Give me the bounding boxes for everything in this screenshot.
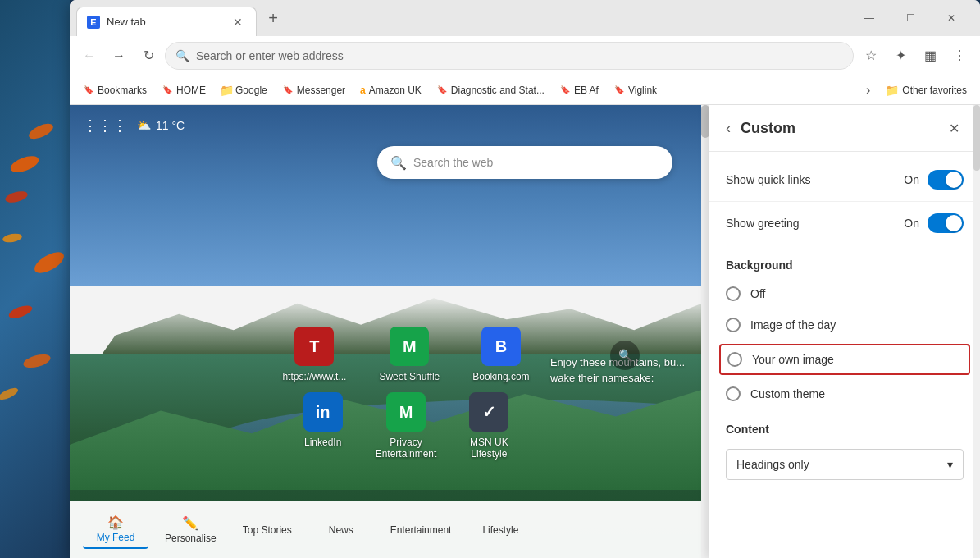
quick-links-toggle[interactable] [928,170,964,190]
off-radio[interactable] [726,286,741,301]
page-search-bar[interactable]: 🔍 Search the web [377,146,672,179]
svg-point-4 [31,248,67,277]
star-button[interactable]: ☆ [857,42,885,70]
quick-link-privacy[interactable]: M PrivacyEntertainment [376,392,437,460]
quick-link-booking[interactable]: B Booking.com [472,327,529,382]
top-stories-label: Top Stories [243,524,292,536]
quick-link-sweetshufflee[interactable]: M Sweet Shuffle [379,327,440,382]
show-quick-links-row: Show quick links On [709,158,980,202]
bookmark-label: HOME [176,85,206,96]
svg-point-7 [0,386,20,402]
search-icon: 🔍 [175,49,189,62]
bookmark-amazon[interactable]: a Amazon UK [353,81,428,99]
quick-link-label-m1: Sweet Shuffle [379,371,440,382]
content-section: Headings only ▾ [709,442,980,490]
browser-window: E New tab ✕ + — ☐ ✕ ← → ↻ 🔍 Search or en… [70,0,980,558]
personalise-label: Personalise [165,533,217,544]
bookmark-diagnostic[interactable]: 🔖 Diagnostic and Stat... [430,81,551,99]
panel-scrollbar-thumb[interactable] [973,105,980,171]
close-button[interactable]: ✕ [932,5,970,31]
background-off-option[interactable]: Off [709,278,980,309]
back-button[interactable]: ← [76,43,103,69]
news-tab-news[interactable]: News [308,521,374,539]
news-tab-my-feed[interactable]: 🏠 My Feed [83,511,148,549]
ownimage-radio[interactable] [727,352,742,367]
collections-button[interactable]: ✦ [887,42,914,70]
address-input-wrap[interactable]: 🔍 Search or enter web address [165,42,854,70]
quick-link-linkedin[interactable]: in LinkedIn [303,392,343,460]
quick-link-msn[interactable]: ✓ MSN UKLifestyle [469,392,508,460]
svg-point-2 [27,121,56,142]
bookmark-label: Viglink [628,85,657,96]
news-tab-entertainment[interactable]: Entertainment [381,521,462,539]
news-label: News [329,524,353,536]
minimize-button[interactable]: — [850,5,888,31]
dropdown-chevron-icon: ▾ [947,458,953,471]
weather-widget[interactable]: ⛅ 11 °C [137,119,185,132]
diag-icon: 🔖 [436,85,448,96]
panel-back-button[interactable]: ‹ [726,120,731,137]
apps-grid-button[interactable]: ⋮⋮⋮ [83,117,127,135]
refresh-button[interactable]: ↻ [135,43,162,69]
quick-link-twitchtv[interactable]: T https://www.t... [282,327,346,382]
browser-tab[interactable]: E New tab ✕ [76,7,257,36]
background-ownimage-option[interactable]: Your own image [719,344,970,375]
eb-icon: 🔖 [559,85,571,96]
tab-strip: E New tab ✕ + [70,0,841,36]
bookmark-viglink[interactable]: 🔖 Viglink [607,81,663,99]
ownimage-label: Your own image [752,353,834,366]
bookmark-home[interactable]: 🔖 HOME [155,81,212,99]
title-bar: E New tab ✕ + — ☐ ✕ [70,0,980,36]
greeting-toggle-label: Show greeting [726,217,904,230]
tab-favicon: E [87,16,100,29]
svg-point-5 [7,303,34,321]
bookmark-messenger[interactable]: 🔖 Messenger [276,81,352,99]
news-tab-top-stories[interactable]: Top Stories [233,521,302,539]
forward-button[interactable]: → [106,43,132,69]
new-tab-button[interactable]: + [260,5,286,31]
panel-title: Custom [741,120,934,137]
quick-link-icon-m2: M [386,392,426,432]
personalise-icon: ✏️ [182,515,198,531]
news-tab-personalise[interactable]: ✏️ Personalise [155,512,226,547]
show-greeting-row: Show greeting On [709,202,980,245]
other-favorites-button[interactable]: 📁 Other favorites [878,80,973,100]
quick-link-label-t: https://www.t... [282,371,346,382]
tab-close-button[interactable]: ✕ [230,14,246,30]
quick-link-icon-m1: M [390,327,429,366]
panel-scrollbar[interactable] [973,105,980,558]
quick-links-row-1: T https://www.t... M Sweet Shuffle B Boo… [111,327,701,382]
customtheme-radio[interactable] [726,386,741,401]
background-section-title: Background [709,245,980,278]
home-bookmark-icon: 🔖 [162,85,173,96]
quick-link-icon-li: in [303,392,343,432]
background-customtheme-option[interactable]: Custom theme [709,378,980,409]
imageofday-label: Image of the day [750,318,836,332]
panel-close-button[interactable]: ✕ [944,118,964,138]
quick-link-label-li: LinkedIn [304,437,341,448]
quick-links-toggle-label: Show quick links [726,173,904,186]
other-favorites-icon: 📁 [885,84,899,97]
background-imageofday-option[interactable]: Image of the day [709,309,980,341]
bookmark-bookmarks[interactable]: 🔖 Bookmarks [76,81,153,99]
bookmark-label: Google [235,85,267,96]
temperature: 11 °C [156,119,185,132]
imageofday-radio[interactable] [726,318,741,332]
content-dropdown[interactable]: Headings only ▾ [726,449,964,480]
bookmark-google[interactable]: 📁 Google [214,81,274,99]
tabs-button[interactable]: ▦ [916,42,944,70]
svg-point-3 [2,232,22,244]
bookmark-eb[interactable]: 🔖 EB Af [553,81,605,99]
news-tab-lifestyle[interactable]: Lifestyle [467,521,533,539]
bookmarks-more-button[interactable]: › [859,80,877,101]
page-scrollbar-thumb[interactable] [701,105,709,138]
maximize-button[interactable]: ☐ [891,5,929,31]
quick-links-toggle-status: On [904,173,919,186]
greeting-toggle[interactable] [928,213,964,233]
my-feed-icon: 🏠 [107,515,124,530]
content-section-title: Content [709,409,980,442]
more-button[interactable]: ⋮ [946,42,973,70]
left-decoration [0,0,70,558]
page-scrollbar[interactable] [701,105,709,558]
search-icon-page: 🔍 [390,155,407,171]
